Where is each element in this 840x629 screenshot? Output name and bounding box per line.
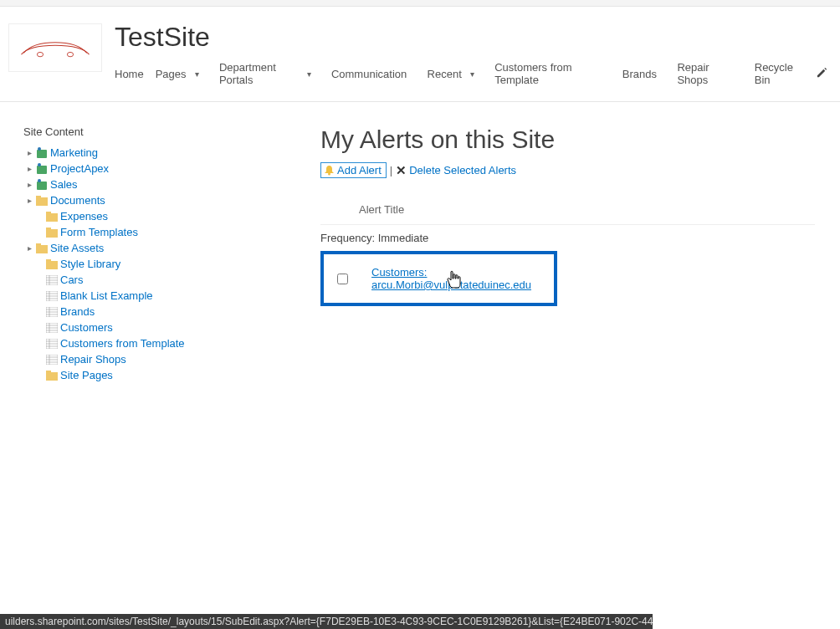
svg-rect-9 [36, 196, 41, 198]
library-icon [45, 227, 59, 238]
chevron-down-icon: ▾ [195, 69, 199, 79]
tree-item-cars[interactable]: Cars [35, 272, 228, 288]
tree-label[interactable]: Documents [50, 194, 105, 207]
subsite-icon [35, 147, 49, 159]
nav-department-portals[interactable]: Department Portals ▾ [219, 58, 323, 89]
tree-item-repair-shops[interactable]: Repair Shops [35, 351, 228, 367]
tree-label[interactable]: Expenses [60, 210, 108, 222]
alert-row-checkbox[interactable] [337, 274, 348, 284]
tree-item-brands[interactable]: Brands [35, 304, 228, 320]
tree-item-site-pages[interactable]: Site Pages [35, 367, 228, 383]
svg-rect-15 [36, 243, 41, 246]
nav-recycle-bin[interactable]: Recycle Bin [755, 58, 816, 89]
left-panel: Site Content ▸ Marketing ▸ ProjectApex ▸… [23, 125, 241, 383]
checkbox-column-header [325, 203, 359, 216]
tree-item-sales[interactable]: ▸ Sales [25, 176, 228, 192]
nav-department-portals-label: Department Portals [219, 61, 299, 86]
nav-communication[interactable]: Communication [331, 64, 418, 84]
nav-recent[interactable]: Recent ▾ [428, 64, 486, 84]
table-header-row: Alert Title [320, 195, 815, 225]
svg-rect-48 [46, 372, 58, 381]
main-panel: My Alerts on this Site Add Alert | ✕ Del… [241, 125, 840, 383]
add-alert-label: Add Alert [337, 164, 382, 176]
subsite-icon [35, 179, 49, 191]
svg-rect-13 [46, 228, 51, 230]
separator: | [390, 164, 392, 176]
library-icon [45, 370, 59, 381]
chevron-down-icon: ▾ [307, 69, 311, 79]
svg-point-50 [328, 173, 330, 176]
tree-item-customers-template[interactable]: Customers from Template [35, 335, 228, 351]
tree-label[interactable]: Blank List Example [60, 289, 153, 302]
chevron-down-icon: ▾ [470, 69, 474, 79]
svg-rect-14 [36, 245, 48, 253]
nav-repair-shops[interactable]: Repair Shops [677, 58, 745, 89]
svg-rect-11 [46, 212, 51, 214]
expand-icon[interactable]: ▸ [25, 164, 33, 173]
delete-selected-label: Delete Selected Alerts [409, 164, 516, 176]
top-ribbon [0, 0, 840, 7]
subsite-icon [35, 163, 49, 175]
tree-label[interactable]: Sales [50, 178, 78, 191]
svg-point-3 [38, 147, 41, 151]
tree-item-documents[interactable]: ▸ Documents [25, 192, 228, 208]
expand-icon[interactable]: ▸ [25, 180, 33, 189]
tree-label[interactable]: Site Assets [50, 242, 104, 254]
svg-rect-8 [36, 197, 48, 206]
tree-item-form-templates[interactable]: Form Templates [35, 224, 228, 240]
site-content-tree: ▸ Marketing ▸ ProjectApex ▸ Sales ▸ Docu… [23, 145, 228, 383]
site-title[interactable]: TestSite [115, 22, 832, 53]
top-navigation: Home Pages ▾ Department Portals ▾ Commun… [115, 58, 832, 89]
svg-rect-16 [46, 261, 58, 269]
tree-label[interactable]: Repair Shops [60, 353, 126, 366]
tree-label[interactable]: Customers [60, 321, 113, 334]
tree-item-projectapex[interactable]: ▸ ProjectApex [25, 161, 228, 176]
frequency-group-header: Frequency: Immediate [320, 232, 815, 248]
nav-customers-template[interactable]: Customers from Template [494, 58, 613, 89]
tree-item-style-library[interactable]: Style Library [35, 256, 228, 272]
tree-label[interactable]: Style Library [60, 258, 120, 270]
site-content-heading: Site Content [23, 125, 228, 138]
nav-pages-label: Pages [156, 68, 187, 80]
edit-links-icon[interactable] [816, 66, 832, 81]
tree-item-customers[interactable]: Customers [35, 320, 228, 335]
list-icon [45, 354, 59, 366]
list-icon [45, 338, 59, 350]
nav-brands[interactable]: Brands [622, 64, 668, 84]
expand-icon[interactable]: ▸ [25, 243, 33, 253]
expand-icon[interactable]: ▸ [25, 196, 33, 205]
add-alert-button[interactable]: Add Alert [320, 162, 387, 178]
alert-icon [324, 165, 335, 176]
library-icon [35, 195, 49, 207]
site-header: TestSite Home Pages ▾ Department Portals… [0, 7, 840, 96]
nav-recent-label: Recent [428, 68, 462, 80]
tree-label[interactable]: Site Pages [60, 369, 113, 381]
alert-row[interactable]: Customers: arcu.Morbi@vulputateduinec.ed… [320, 251, 557, 306]
tree-item-blank-list[interactable]: Blank List Example [35, 288, 228, 304]
tree-item-site-assets[interactable]: ▸ Site Assets [25, 240, 228, 256]
tree-label[interactable]: Marketing [50, 146, 98, 159]
svg-point-5 [38, 163, 41, 166]
header-right: TestSite Home Pages ▾ Department Portals… [115, 23, 832, 89]
delete-selected-alerts-button[interactable]: ✕ Delete Selected Alerts [396, 163, 516, 178]
content-area: Site Content ▸ Marketing ▸ ProjectApex ▸… [0, 102, 840, 383]
status-bar: uilders.sharepoint.com/sites/TestSite/_l… [0, 614, 653, 629]
tree-label[interactable]: Brands [60, 305, 95, 318]
tree-item-expenses[interactable]: Expenses [35, 208, 228, 224]
nav-pages[interactable]: Pages ▾ [156, 64, 211, 84]
tree-item-marketing[interactable]: ▸ Marketing [25, 145, 228, 161]
list-icon [45, 306, 59, 318]
nav-home[interactable]: Home [115, 64, 156, 84]
alerts-table: Alert Title Frequency: Immediate Custome… [320, 195, 815, 306]
site-logo[interactable] [8, 23, 102, 72]
action-bar: Add Alert | ✕ Delete Selected Alerts [320, 162, 815, 178]
svg-rect-12 [46, 229, 58, 238]
library-icon [45, 211, 59, 222]
tree-label[interactable]: ProjectApex [50, 162, 109, 175]
alert-link[interactable]: Customers: arcu.Morbi@vulputateduinec.ed… [371, 266, 549, 291]
expand-icon[interactable]: ▸ [25, 148, 33, 157]
tree-label[interactable]: Form Templates [60, 226, 138, 238]
svg-rect-4 [37, 166, 47, 174]
tree-label[interactable]: Customers from Template [60, 337, 185, 350]
tree-label[interactable]: Cars [60, 274, 83, 286]
